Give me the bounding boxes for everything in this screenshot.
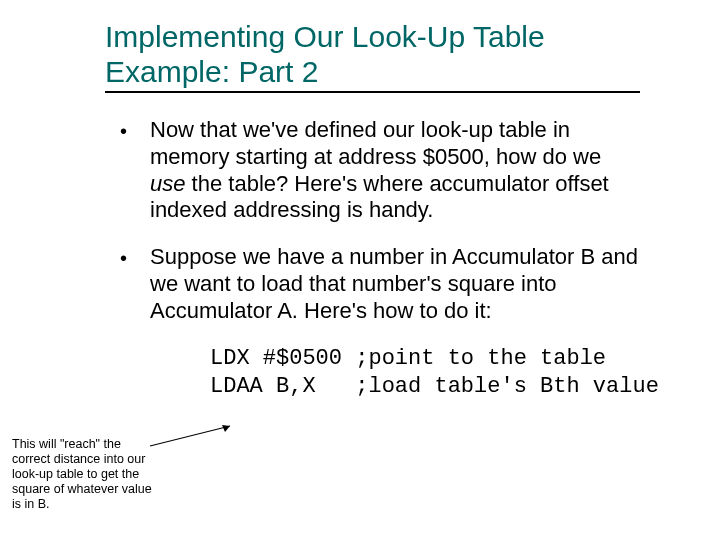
code-line-1: LDX #$0500 ;point to the table: [210, 346, 606, 371]
bullet-text-pre: Suppose we have a number in Accumulator …: [150, 244, 638, 323]
code-block: LDX #$0500 ;point to the table LDAA B,X …: [210, 345, 680, 401]
code-line-2: LDAA B,X ;load table's Bth value: [210, 374, 659, 399]
bullet-text-pre: Now that we've defined our look-up table…: [150, 117, 601, 169]
svg-marker-1: [222, 425, 230, 432]
slide: Implementing Our Look-Up Table Example: …: [0, 0, 720, 540]
bullet-dot: •: [120, 244, 150, 324]
title-line-1: Implementing Our Look-Up Table: [105, 20, 640, 55]
bullet-item: • Now that we've defined our look-up tab…: [120, 117, 640, 224]
bullet-item: • Suppose we have a number in Accumulato…: [120, 244, 640, 324]
bullet-dot: •: [120, 117, 150, 224]
annotation-text: This will "reach" the correct distance i…: [12, 437, 152, 512]
bullet-text: Now that we've defined our look-up table…: [150, 117, 640, 224]
arrow-icon: [148, 420, 238, 450]
bullet-text-post: the table? Here's where accumulator offs…: [150, 171, 609, 223]
slide-title: Implementing Our Look-Up Table Example: …: [105, 20, 640, 93]
bullet-text: Suppose we have a number in Accumulator …: [150, 244, 640, 324]
bullet-list: • Now that we've defined our look-up tab…: [120, 117, 640, 325]
svg-line-0: [150, 426, 230, 446]
title-line-2: Example: Part 2: [105, 55, 318, 88]
bullet-text-italic: use: [150, 171, 185, 196]
